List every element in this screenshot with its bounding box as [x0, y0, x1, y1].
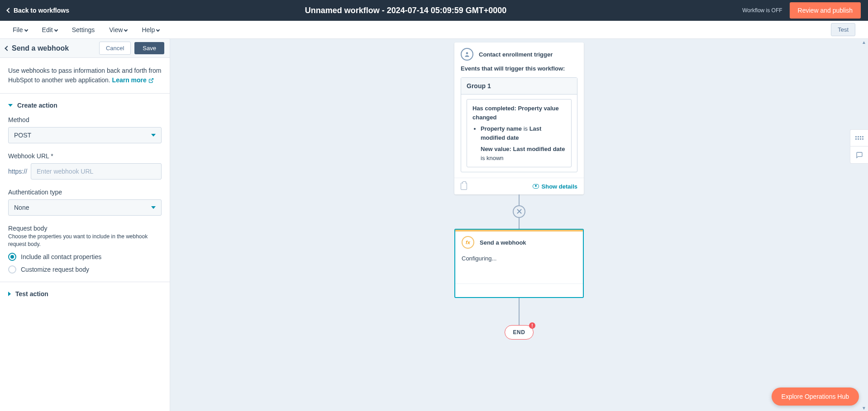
method-label: Method — [8, 116, 162, 123]
scroll-up-arrow[interactable]: ▲ — [861, 39, 867, 45]
chevron-down-icon — [156, 28, 160, 31]
chevron-down-icon — [24, 28, 28, 31]
trigger-condition[interactable]: Has completed: Property value changed Pr… — [467, 99, 572, 167]
menu-edit[interactable]: Edit — [42, 26, 57, 33]
trigger-subtitle: Events that will trigger this workflow: — [454, 65, 584, 77]
panel-intro: Use webhooks to pass information back an… — [8, 66, 162, 85]
show-details-link[interactable]: Show details — [533, 183, 577, 190]
connector-line — [519, 298, 520, 325]
webhook-card-title: Send a webhook — [480, 239, 526, 246]
webhook-url-input[interactable] — [31, 163, 162, 180]
workflow-canvas[interactable]: Contact enrollment trigger Events that w… — [170, 39, 868, 411]
chevron-down-icon — [54, 28, 57, 31]
radio-include-all[interactable]: Include all contact properties — [8, 253, 162, 261]
trigger-card[interactable]: Contact enrollment trigger Events that w… — [454, 43, 584, 194]
auth-type-label: Authentication type — [8, 189, 162, 196]
create-action-section-toggle[interactable]: Create action — [8, 102, 162, 109]
learn-more-link[interactable]: Learn more — [112, 76, 154, 85]
menu-file[interactable]: File — [13, 26, 28, 33]
chevron-left-icon — [5, 46, 10, 51]
svg-line-0 — [151, 78, 153, 81]
save-button[interactable]: Save — [134, 42, 164, 54]
back-label: Back to workflows — [14, 7, 69, 14]
request-body-label: Request body — [8, 225, 162, 232]
svg-point-1 — [466, 52, 468, 54]
auth-type-select[interactable]: None — [8, 199, 162, 216]
contact-icon — [461, 48, 473, 61]
connector-line — [519, 218, 520, 229]
function-icon: fx — [462, 236, 474, 249]
webhook-card-status: Configuring... — [455, 252, 583, 283]
request-body-help: Choose the properties you want to includ… — [8, 233, 162, 248]
chevron-left-icon — [6, 8, 11, 13]
menu-settings[interactable]: Settings — [72, 26, 95, 33]
connector-line — [519, 194, 520, 205]
caret-down-icon — [151, 206, 156, 209]
caret-down-icon — [151, 134, 156, 137]
end-alert-badge[interactable]: ! — [529, 322, 535, 329]
menu-help[interactable]: Help — [142, 26, 159, 33]
panel-back-button[interactable] — [5, 47, 9, 50]
workflow-title: Unnamed workflow - 2024-07-14 05:09:59 G… — [69, 6, 742, 15]
scroll-down-arrow[interactable]: ▼ — [861, 405, 867, 411]
chevron-down-icon — [124, 28, 128, 31]
radio-icon — [8, 253, 16, 261]
test-button[interactable]: Test — [831, 23, 855, 36]
back-to-workflows-link[interactable]: Back to workflows — [7, 7, 69, 14]
radio-customize-body[interactable]: Customize request body — [8, 265, 162, 274]
trigger-group: Group 1 Has completed: Property value ch… — [461, 77, 577, 172]
caret-right-icon — [8, 292, 11, 296]
menu-view[interactable]: View — [109, 26, 127, 33]
auth-type-value: None — [14, 204, 29, 211]
webhook-url-label: Webhook URL * — [8, 152, 162, 160]
webhook-action-card[interactable]: fx Send a webhook Configuring... — [454, 229, 584, 298]
group-label: Group 1 — [461, 78, 577, 94]
radio-icon — [8, 265, 16, 274]
cancel-button[interactable]: Cancel — [99, 42, 131, 55]
add-action-button[interactable]: ✕ — [513, 205, 525, 218]
explore-ops-hub-button[interactable]: Explore Operations Hub — [772, 387, 859, 406]
panel-title: Send a webhook — [12, 44, 69, 52]
clipboard-icon[interactable] — [461, 183, 467, 190]
method-select[interactable]: POST — [8, 127, 162, 143]
eye-icon — [533, 184, 539, 189]
trigger-title: Contact enrollment trigger — [479, 51, 553, 58]
workflow-status: Workflow is OFF — [742, 7, 782, 14]
method-value: POST — [14, 132, 31, 139]
test-action-section-toggle[interactable]: Test action — [8, 290, 162, 298]
canvas-scrollbar[interactable]: ▲ ▼ — [861, 39, 867, 411]
url-prefix: https:// — [8, 168, 27, 175]
caret-down-icon — [8, 104, 13, 107]
external-link-icon — [148, 78, 154, 83]
review-publish-button[interactable]: Review and publish — [790, 2, 861, 19]
